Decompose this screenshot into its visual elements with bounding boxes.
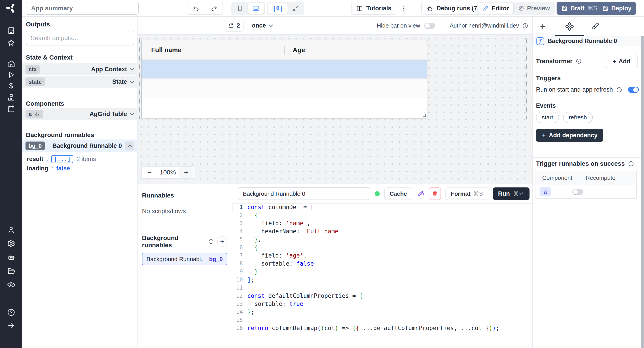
layout-toggle: |0| — [267, 2, 304, 15]
draft-button[interactable]: Draft ⌘S — [556, 2, 602, 15]
format-button[interactable]: Format ⌘S — [446, 188, 488, 200]
mobile-view-icon[interactable] — [232, 3, 248, 14]
folders-icon[interactable] — [7, 267, 16, 275]
code-line-14[interactable]: 14}; — [232, 308, 542, 316]
info-icon[interactable] — [576, 58, 582, 64]
runnable-name-input[interactable] — [238, 188, 370, 200]
event-pill-refresh[interactable]: refresh — [563, 112, 593, 123]
workspace-icon[interactable] — [7, 27, 16, 35]
aggrid-table-component[interactable]: Full name Age — [141, 40, 427, 118]
selected-runnable-header: f Background Runnable 0 — [533, 36, 644, 46]
code-line-13[interactable]: 13 sortable: true — [232, 300, 542, 308]
redo-icon[interactable] — [205, 2, 222, 14]
component-column-header: Component — [536, 175, 586, 182]
favorites-star-icon[interactable] — [7, 39, 16, 47]
windmill-logo-icon[interactable] — [6, 3, 16, 14]
resources-cubes-icon[interactable] — [7, 93, 16, 102]
workers-robot-icon[interactable] — [7, 253, 16, 262]
audit-eye-icon[interactable] — [7, 280, 16, 289]
deploy-button[interactable]: Deploy — [598, 2, 636, 15]
column-header-age[interactable]: Age — [284, 46, 305, 54]
code-lines[interactable]: 1const columnDef = [2 {3 field: 'name',4… — [232, 202, 542, 332]
settings-gear-icon[interactable] — [7, 239, 16, 248]
run-on-start-toggle[interactable] — [628, 87, 639, 93]
recompute-toggle[interactable] — [572, 189, 583, 195]
more-menu-kebab-icon[interactable]: ⋮ — [400, 2, 407, 15]
info-icon[interactable] — [628, 160, 634, 167]
add-component-tab-icon[interactable]: + — [540, 21, 546, 32]
ai-wand-icon[interactable] — [417, 190, 424, 198]
code-line-8[interactable]: 8 sortable: false — [232, 260, 542, 268]
event-pill-start[interactable]: start — [536, 112, 559, 123]
center-layout-icon[interactable]: |0| — [268, 3, 288, 14]
code-line-16[interactable]: 16return columnDef.map((col) => ({ ...de… — [232, 324, 542, 332]
zoom-level: 100% — [158, 169, 178, 176]
add-background-runnable-button[interactable]: + — [217, 236, 227, 247]
table-row-selected[interactable] — [142, 60, 427, 79]
code-line-11[interactable]: 11 — [232, 284, 542, 292]
schedules-calendar-icon[interactable] — [7, 105, 16, 113]
column-header-full-name[interactable]: Full name — [142, 46, 284, 54]
collapse-button[interactable] — [125, 141, 134, 150]
tutorials-button[interactable]: Tutorials — [351, 2, 396, 15]
code-line-9[interactable]: 9 } — [232, 268, 542, 276]
chevron-down-icon[interactable] — [130, 111, 134, 115]
code-line-1[interactable]: 1const columnDef = [ — [232, 203, 542, 211]
output-row-bg0[interactable]: bg_0 Background Runnable 0 — [22, 139, 138, 152]
add-dependency-button[interactable]: + Add dependency — [536, 129, 603, 142]
add-transformer-button[interactable]: + Add — [605, 55, 638, 68]
delete-runnable-button[interactable] — [429, 188, 441, 200]
help-icon[interactable] — [7, 308, 16, 317]
code-line-6[interactable]: 6 { — [232, 243, 542, 251]
ctx-badge: ctx — [26, 65, 40, 74]
tab-preview[interactable]: Preview — [514, 3, 554, 14]
code-line-3[interactable]: 3 field: 'name', — [232, 219, 542, 227]
undo-icon[interactable] — [187, 2, 205, 14]
app-summary-input[interactable] — [26, 2, 139, 15]
chevron-down-icon[interactable] — [130, 67, 134, 71]
code-line-7[interactable]: 7 field: 'age', — [232, 251, 542, 260]
styling-brush-tab-icon[interactable] — [591, 22, 600, 31]
desktop-view-icon[interactable] — [248, 3, 264, 14]
output-row-state[interactable]: state State — [22, 76, 138, 88]
result-expand-badge[interactable]: [...] — [51, 155, 73, 163]
info-icon[interactable] — [616, 87, 622, 93]
hide-bar-toggle[interactable] — [424, 23, 435, 29]
right-panel-scrollbar[interactable] — [641, 36, 644, 348]
code-line-15[interactable]: 15 — [232, 316, 542, 324]
refresh-count-button[interactable]: 2 — [225, 20, 244, 32]
canvas-toolbar: 2 once Hide bar on view Author henri@win… — [138, 17, 532, 35]
output-row-ctx[interactable]: ctx App Context — [22, 63, 138, 75]
component-settings-tab-icon[interactable] — [565, 22, 574, 31]
variables-dollar-icon[interactable] — [7, 82, 15, 90]
column-separator[interactable] — [284, 46, 285, 55]
home-icon[interactable] — [7, 59, 16, 68]
zoom-out-button[interactable]: − — [142, 166, 158, 178]
debug-runs-button[interactable]: Debug runs (7) — [421, 2, 484, 15]
resize-handle[interactable] — [423, 114, 426, 117]
cache-button[interactable]: Cache — [384, 188, 412, 200]
code-line-4[interactable]: 4 headerName: 'Full name' — [232, 227, 542, 235]
loading-key: loading — [27, 165, 48, 172]
zoom-in-button[interactable]: + — [179, 167, 193, 178]
code-line-5[interactable]: 5 }, — [232, 235, 542, 243]
chevron-down-icon[interactable] — [130, 79, 134, 83]
code-line-12[interactable]: 12const defaultColumnProperties = { — [232, 292, 542, 300]
code-line-2[interactable]: 2 { — [232, 211, 542, 219]
output-row-component-a[interactable]: a AgGrid Table — [22, 108, 138, 120]
runnable-item-bg0[interactable]: Background Runnabl... bg_0 — [142, 253, 227, 265]
search-outputs-input[interactable] — [26, 31, 134, 46]
divider — [533, 157, 644, 158]
frequency-select[interactable]: once — [252, 20, 272, 32]
expand-rail-arrow-icon[interactable] — [7, 321, 15, 329]
tab-editor[interactable]: Editor — [478, 3, 514, 14]
app-canvas[interactable]: Full name Age − 100% + — [138, 35, 532, 184]
user-icon[interactable] — [7, 226, 16, 234]
info-icon[interactable] — [522, 23, 528, 29]
code-line-10[interactable]: 10]; — [232, 276, 542, 284]
run-button[interactable]: Run ⌘↵ — [493, 188, 530, 200]
fullwidth-expand-icon[interactable] — [288, 3, 304, 14]
info-icon[interactable] — [208, 239, 214, 245]
table-row[interactable] — [142, 79, 427, 97]
runs-play-icon[interactable] — [7, 71, 15, 79]
